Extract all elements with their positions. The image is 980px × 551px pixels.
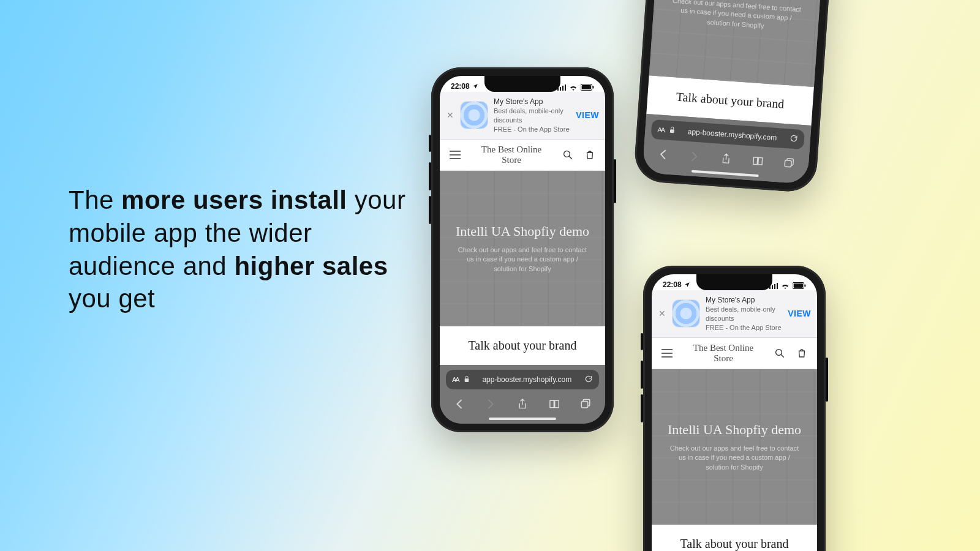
device-notch [696, 274, 772, 290]
home-indicator [440, 414, 605, 424]
address-url: app-booster.myshopify.com [475, 375, 579, 384]
headline-seg-3: you get [69, 284, 155, 313]
battery-icon [793, 282, 806, 289]
back-icon[interactable] [451, 397, 468, 411]
svg-rect-5 [464, 378, 469, 382]
phone-mockup-3: 22:08 ✕ My Store's App Best deals, mobil… [643, 266, 826, 551]
back-icon[interactable] [654, 146, 673, 162]
status-time: 22:08 [451, 82, 470, 91]
svg-rect-15 [794, 283, 803, 288]
forward-icon [685, 149, 704, 165]
forward-icon [482, 397, 499, 411]
reader-aa-icon[interactable]: AA [452, 376, 459, 383]
safari-toolbar [440, 393, 605, 414]
smart-app-banner: ✕ My Store's App Best deals, mobile-only… [440, 92, 605, 140]
svg-rect-12 [670, 129, 674, 133]
tabs-icon[interactable] [577, 397, 594, 411]
svg-rect-16 [804, 284, 805, 287]
svg-rect-1 [582, 85, 591, 89]
hero-section: Intelli UA Shopfiy demo Check out our ap… [649, 0, 825, 87]
phone-mockup-2: 22:08 ✕ My Store's App Best deals, mobil… [633, 0, 841, 193]
bookmarks-icon[interactable] [748, 153, 767, 169]
store-name: The Best OnlineStore [481, 144, 541, 166]
wifi-icon [781, 283, 790, 289]
bookmarks-icon[interactable] [546, 397, 563, 411]
marketing-headline: The more users install your mobile app t… [69, 184, 412, 315]
store-name: The Best OnlineStore [693, 343, 753, 364]
wifi-icon [569, 84, 578, 91]
svg-rect-13 [785, 160, 791, 167]
banner-title: My Store's App [494, 97, 570, 107]
hero-subtitle: Check out our apps and feel free to cont… [455, 246, 590, 274]
svg-line-18 [781, 354, 784, 358]
headline-bold-2: higher sales [234, 252, 388, 280]
store-header: The Best OnlineStore [652, 338, 817, 370]
banner-view-button[interactable]: VIEW [576, 110, 599, 120]
headline-bold-1: more users install [121, 186, 347, 214]
banner-view-button[interactable]: VIEW [788, 309, 811, 318]
lock-icon [669, 126, 676, 135]
svg-point-17 [776, 350, 782, 356]
hamburger-menu-icon[interactable] [448, 148, 462, 162]
hero-section: Intelli UA Shopfiy demo Check out our ap… [652, 369, 817, 525]
safari-address-bar[interactable]: AA app-booster.myshopify.com [446, 370, 599, 389]
banner-app-icon [461, 102, 488, 129]
headline-seg-1: The [69, 186, 121, 214]
banner-close-button[interactable]: ✕ [446, 110, 454, 120]
cart-icon[interactable] [583, 148, 597, 162]
reload-icon[interactable] [789, 133, 798, 144]
store-header: The Best OnlineStore [440, 140, 605, 171]
banner-close-button[interactable]: ✕ [658, 309, 666, 318]
search-icon[interactable] [561, 148, 575, 162]
location-icon [472, 83, 478, 89]
banner-freeline: FREE - On the App Store [494, 125, 570, 134]
svg-line-4 [569, 156, 572, 159]
battery-icon [581, 84, 594, 91]
device-notch [484, 76, 560, 92]
search-icon[interactable] [773, 347, 786, 360]
banner-subtitle: Best deals, mobile-only discounts [494, 107, 570, 125]
svg-rect-6 [581, 402, 588, 408]
banner-app-icon [673, 300, 699, 327]
svg-point-3 [564, 151, 570, 157]
lock-icon [464, 375, 470, 384]
tabs-icon[interactable] [780, 156, 799, 171]
brand-strip: Talk about your brand [440, 326, 605, 365]
reload-icon[interactable] [584, 375, 593, 385]
svg-rect-2 [592, 86, 594, 88]
hamburger-menu-icon[interactable] [660, 347, 674, 360]
share-icon[interactable] [514, 397, 531, 411]
hero-section: Intelli UA Shopfiy demo Check out our ap… [440, 171, 605, 326]
hero-title: Intelli UA Shopfiy demo [456, 223, 589, 239]
smart-app-banner: ✕ My Store's App Best deals, mobile-only… [652, 290, 817, 338]
location-icon [684, 282, 690, 288]
share-icon[interactable] [717, 151, 736, 167]
cart-icon[interactable] [795, 347, 809, 360]
brand-strip: Talk about your brand [652, 525, 817, 551]
phone-mockup-1: 22:08 ✕ My Store's App Best deals, m [431, 67, 614, 432]
